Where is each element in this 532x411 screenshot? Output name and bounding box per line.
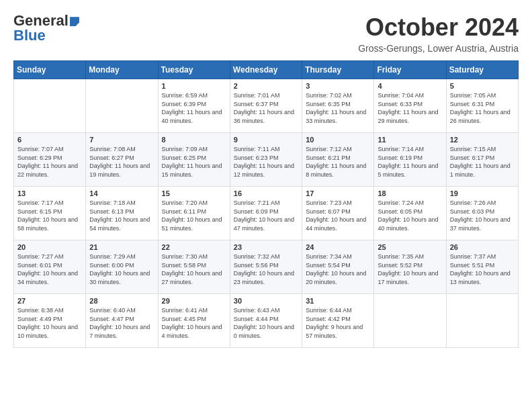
calendar-cell: 31Sunrise: 6:44 AMSunset: 4:42 PMDayligh… [302, 294, 374, 348]
calendar-cell: 23Sunrise: 7:32 AMSunset: 5:56 PMDayligh… [230, 240, 302, 294]
logo-icon [70, 17, 79, 26]
calendar-cell: 8Sunrise: 7:09 AMSunset: 6:25 PMDaylight… [158, 133, 230, 187]
day-number: 20 [17, 243, 82, 251]
calendar-cell: 3Sunrise: 7:02 AMSunset: 6:35 PMDaylight… [302, 79, 374, 133]
calendar-cell [14, 79, 86, 133]
day-number: 1 [162, 82, 226, 90]
day-info: Sunrise: 7:07 AMSunset: 6:29 PMDaylight:… [17, 145, 82, 179]
logo-text: General Blue [13, 13, 79, 43]
title-block: October 2024 Gross-Gerungs, Lower Austri… [358, 13, 519, 54]
calendar-cell: 19Sunrise: 7:26 AMSunset: 6:03 PMDayligh… [446, 187, 518, 240]
day-info: Sunrise: 7:23 AMSunset: 6:07 PMDaylight:… [306, 199, 370, 232]
day-info: Sunrise: 6:44 AMSunset: 4:42 PMDaylight:… [306, 306, 370, 340]
header-friday: Friday [374, 61, 446, 79]
day-info: Sunrise: 7:26 AMSunset: 6:03 PMDaylight:… [450, 199, 515, 232]
day-number: 17 [306, 189, 370, 197]
day-number: 25 [378, 243, 442, 251]
header-saturday: Saturday [446, 61, 518, 79]
calendar-cell: 12Sunrise: 7:15 AMSunset: 6:17 PMDayligh… [446, 133, 518, 187]
calendar-cell: 2Sunrise: 7:01 AMSunset: 6:37 PMDaylight… [230, 79, 302, 133]
day-info: Sunrise: 7:20 AMSunset: 6:11 PMDaylight:… [162, 199, 226, 232]
day-number: 7 [89, 136, 154, 144]
day-info: Sunrise: 6:40 AMSunset: 4:47 PMDaylight:… [89, 306, 154, 340]
calendar-week-4: 20Sunrise: 7:27 AMSunset: 6:01 PMDayligh… [14, 240, 519, 294]
calendar-cell: 28Sunrise: 6:40 AMSunset: 4:47 PMDayligh… [86, 294, 158, 348]
day-info: Sunrise: 7:12 AMSunset: 6:21 PMDaylight:… [306, 145, 370, 179]
calendar-cell [86, 79, 158, 133]
day-number: 8 [162, 136, 226, 144]
day-info: Sunrise: 6:41 AMSunset: 4:45 PMDaylight:… [162, 306, 226, 340]
day-info: Sunrise: 7:02 AMSunset: 6:35 PMDaylight:… [306, 91, 370, 125]
calendar-cell: 1Sunrise: 6:59 AMSunset: 6:39 PMDaylight… [158, 79, 230, 133]
day-number: 24 [306, 243, 370, 251]
day-info: Sunrise: 7:04 AMSunset: 6:33 PMDaylight:… [378, 91, 442, 125]
calendar-cell: 15Sunrise: 7:20 AMSunset: 6:11 PMDayligh… [158, 187, 230, 240]
header-wednesday: Wednesday [230, 61, 302, 79]
day-number: 18 [378, 189, 442, 197]
day-number: 6 [17, 136, 82, 144]
calendar-cell [374, 294, 446, 348]
calendar-cell: 27Sunrise: 6:38 AMSunset: 4:49 PMDayligh… [14, 294, 86, 348]
day-number: 16 [234, 189, 298, 197]
calendar-cell: 20Sunrise: 7:27 AMSunset: 6:01 PMDayligh… [14, 240, 86, 294]
day-number: 21 [89, 243, 154, 251]
day-number: 26 [450, 243, 515, 251]
day-info: Sunrise: 7:24 AMSunset: 6:05 PMDaylight:… [378, 199, 442, 232]
day-number: 28 [89, 297, 154, 305]
page-header: General Blue October 2024 Gross-Gerungs,… [13, 13, 519, 54]
calendar-cell: 24Sunrise: 7:34 AMSunset: 5:54 PMDayligh… [302, 240, 374, 294]
day-number: 4 [378, 82, 442, 90]
day-info: Sunrise: 7:35 AMSunset: 5:52 PMDaylight:… [378, 253, 442, 286]
calendar-week-2: 6Sunrise: 7:07 AMSunset: 6:29 PMDaylight… [14, 133, 519, 187]
day-info: Sunrise: 7:08 AMSunset: 6:27 PMDaylight:… [89, 145, 154, 179]
calendar-cell: 29Sunrise: 6:41 AMSunset: 4:45 PMDayligh… [158, 294, 230, 348]
day-number: 30 [234, 297, 298, 305]
calendar-table: Sunday Monday Tuesday Wednesday Thursday… [13, 60, 519, 348]
day-info: Sunrise: 7:30 AMSunset: 5:58 PMDaylight:… [162, 253, 226, 286]
day-info: Sunrise: 7:34 AMSunset: 5:54 PMDaylight:… [306, 253, 370, 286]
day-info: Sunrise: 7:05 AMSunset: 6:31 PMDaylight:… [450, 91, 515, 125]
logo: General Blue [13, 13, 79, 43]
day-number: 12 [450, 136, 515, 144]
day-info: Sunrise: 7:14 AMSunset: 6:19 PMDaylight:… [378, 145, 442, 179]
calendar-cell: 17Sunrise: 7:23 AMSunset: 6:07 PMDayligh… [302, 187, 374, 240]
day-info: Sunrise: 7:37 AMSunset: 5:51 PMDaylight:… [450, 253, 515, 286]
day-info: Sunrise: 6:43 AMSunset: 4:44 PMDaylight:… [234, 306, 298, 340]
day-number: 19 [450, 189, 515, 197]
day-info: Sunrise: 7:32 AMSunset: 5:56 PMDaylight:… [234, 253, 298, 286]
calendar-cell: 14Sunrise: 7:18 AMSunset: 6:13 PMDayligh… [86, 187, 158, 240]
calendar-week-5: 27Sunrise: 6:38 AMSunset: 4:49 PMDayligh… [14, 294, 519, 348]
day-number: 3 [306, 82, 370, 90]
calendar-cell: 30Sunrise: 6:43 AMSunset: 4:44 PMDayligh… [230, 294, 302, 348]
day-info: Sunrise: 7:09 AMSunset: 6:25 PMDaylight:… [162, 145, 226, 179]
day-info: Sunrise: 7:27 AMSunset: 6:01 PMDaylight:… [17, 253, 82, 286]
calendar-cell: 21Sunrise: 7:29 AMSunset: 6:00 PMDayligh… [86, 240, 158, 294]
day-number: 31 [306, 297, 370, 305]
header-tuesday: Tuesday [158, 61, 230, 79]
day-number: 11 [378, 136, 442, 144]
calendar-cell: 7Sunrise: 7:08 AMSunset: 6:27 PMDaylight… [86, 133, 158, 187]
day-info: Sunrise: 7:11 AMSunset: 6:23 PMDaylight:… [234, 145, 298, 179]
day-number: 13 [17, 189, 82, 197]
header-thursday: Thursday [302, 61, 374, 79]
day-number: 9 [234, 136, 298, 144]
calendar-cell: 10Sunrise: 7:12 AMSunset: 6:21 PMDayligh… [302, 133, 374, 187]
calendar-cell: 11Sunrise: 7:14 AMSunset: 6:19 PMDayligh… [374, 133, 446, 187]
header-sunday: Sunday [14, 61, 86, 79]
calendar-cell: 5Sunrise: 7:05 AMSunset: 6:31 PMDaylight… [446, 79, 518, 133]
calendar-cell: 26Sunrise: 7:37 AMSunset: 5:51 PMDayligh… [446, 240, 518, 294]
day-number: 5 [450, 82, 515, 90]
day-number: 27 [17, 297, 82, 305]
day-info: Sunrise: 7:18 AMSunset: 6:13 PMDaylight:… [89, 199, 154, 232]
day-info: Sunrise: 7:21 AMSunset: 6:09 PMDaylight:… [234, 199, 298, 232]
location: Gross-Gerungs, Lower Austria, Austria [358, 43, 519, 54]
calendar-cell: 22Sunrise: 7:30 AMSunset: 5:58 PMDayligh… [158, 240, 230, 294]
header-monday: Monday [86, 61, 158, 79]
day-number: 2 [234, 82, 298, 90]
logo-blue: Blue [13, 27, 46, 44]
calendar-cell [446, 294, 518, 348]
day-info: Sunrise: 6:59 AMSunset: 6:39 PMDaylight:… [162, 91, 226, 125]
weekday-header-row: Sunday Monday Tuesday Wednesday Thursday… [14, 61, 519, 79]
day-info: Sunrise: 6:38 AMSunset: 4:49 PMDaylight:… [17, 306, 82, 340]
calendar-cell: 4Sunrise: 7:04 AMSunset: 6:33 PMDaylight… [374, 79, 446, 133]
